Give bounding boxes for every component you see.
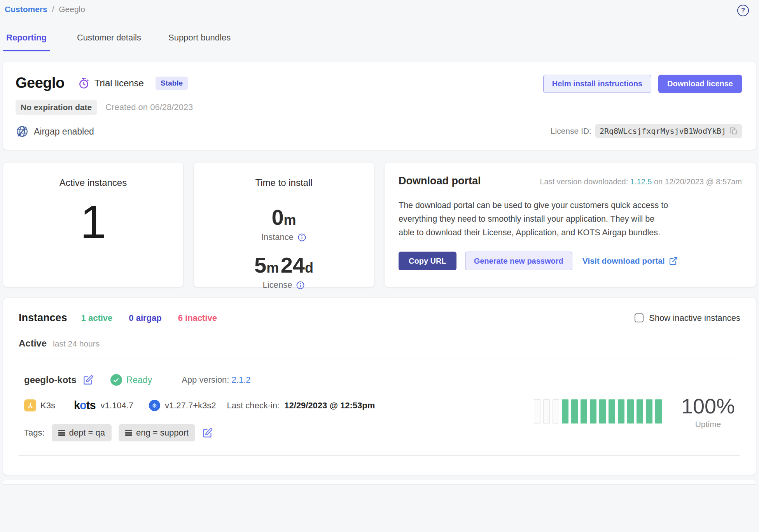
uptime-bar-filled: [581, 399, 587, 424]
last-checkin-value: 12/29/2023 @ 12:53pm: [284, 401, 375, 411]
kots-logo: kots: [74, 399, 96, 412]
uptime-bar-filled: [590, 399, 596, 424]
created-date-text: Created on 06/28/2023: [105, 102, 193, 112]
tab-customer-details[interactable]: Customer details: [77, 33, 141, 51]
breadcrumb-separator: /: [50, 5, 57, 14]
kots-version: v1.104.7: [101, 401, 133, 411]
customer-reporting-page: Customers / Geeglo ? Reporting Customer …: [0, 0, 759, 484]
app-version-link[interactable]: 2.1.2: [232, 375, 251, 385]
tab-reporting[interactable]: Reporting: [3, 33, 50, 51]
license-summary-right: Helm install instructions Download licen…: [543, 75, 742, 138]
uptime-bar-filled: [599, 399, 606, 424]
active-count[interactable]: 1 active: [81, 313, 113, 323]
license-summary-card: Geeglo Trial license Stable No expiratio…: [3, 61, 756, 150]
last-version-downloaded: Last version downloaded: 1.12.5 on 12/20…: [540, 177, 742, 186]
breadcrumb-customers-link[interactable]: Customers: [5, 5, 47, 14]
license-type-label: Trial license: [94, 78, 144, 89]
instances-title: Instances: [19, 312, 67, 324]
uptime-bar-filled: [646, 399, 652, 424]
uptime-bar-filled: [618, 399, 624, 424]
uptime-chart: [534, 399, 662, 424]
uptime-bar-filled: [627, 399, 634, 424]
download-portal-card: Download portal Last version downloaded:…: [385, 163, 756, 287]
tag-lines-icon: [125, 430, 132, 436]
uptime-label: Uptime: [681, 420, 735, 429]
time-to-install-title: Time to install: [194, 177, 374, 188]
tab-bar: Reporting Customer details Support bundl…: [3, 33, 756, 51]
external-link-icon: [669, 256, 678, 266]
ready-check-icon: [110, 374, 122, 386]
active-instances-card: Active instances 1: [3, 163, 183, 287]
customer-name: Geeglo: [16, 75, 65, 91]
distribution-label: K3s: [40, 401, 55, 411]
copy-url-button[interactable]: Copy URL: [399, 252, 456, 270]
uptime-percent: 100%: [681, 394, 735, 418]
tag-pill: eng = support: [119, 424, 195, 441]
show-inactive-toggle[interactable]: Show inactive instances: [635, 313, 740, 323]
edit-instance-name-icon[interactable]: [83, 375, 93, 385]
instances-card: Instances 1 active 0 airgap 6 inactive S…: [3, 298, 756, 475]
airgap-enabled-label: Airgap enabled: [34, 126, 94, 137]
app-version: App version: 2.1.2: [182, 375, 250, 385]
next-card-top-edge: [3, 480, 756, 484]
license-id-label: License ID:: [551, 126, 591, 136]
uptime-bar-filled: [562, 399, 568, 424]
breadcrumb: Customers / Geeglo: [5, 5, 85, 14]
trial-timer-icon: [79, 77, 89, 89]
download-license-button[interactable]: Download license: [658, 75, 742, 93]
license-summary-left: Geeglo Trial license Stable No expiratio…: [16, 75, 193, 138]
edit-tags-icon[interactable]: [202, 428, 213, 438]
active-instances-title: Active instances: [3, 177, 183, 188]
time-to-install-card: Time to install 0m Instance 5m 24d: [194, 163, 374, 287]
helm-install-instructions-button[interactable]: Helm install instructions: [543, 75, 651, 93]
license-install-label: License: [194, 280, 374, 290]
inactive-count[interactable]: 6 inactive: [178, 313, 217, 323]
visit-download-portal-link[interactable]: Visit download portal: [582, 256, 678, 266]
active-section-header: Active: [19, 338, 47, 349]
metrics-row: Active instances 1 Time to install 0m In…: [3, 163, 756, 287]
download-portal-title: Download portal: [399, 175, 481, 187]
expiration-badge: No expiration date: [16, 100, 97, 115]
instance-row: geeglo-kots Ready: [19, 359, 740, 441]
instance-install-label: Instance: [194, 232, 374, 242]
kubernetes-version: v1.27.7+k3s2: [165, 401, 216, 411]
license-info-icon[interactable]: [296, 281, 305, 290]
uptime-bar-empty: [543, 399, 550, 424]
download-portal-description: The download portal can be used to give …: [399, 199, 671, 239]
active-instances-count: 1: [3, 198, 183, 245]
airgap-count[interactable]: 0 airgap: [129, 313, 161, 323]
last-version-link[interactable]: 1.12.5: [630, 177, 652, 186]
instance-name: geeglo-kots: [24, 374, 77, 385]
license-install-time: 5m 24d: [194, 252, 374, 278]
uptime-bar-filled: [609, 399, 615, 424]
last-checkin-label: Last check-in:: [227, 401, 280, 411]
uptime-block: 100% Uptime: [534, 374, 735, 441]
tags-label: Tags:: [24, 428, 45, 438]
instance-bottom-divider: [19, 455, 740, 456]
help-icon[interactable]: ?: [737, 5, 749, 16]
channel-badge: Stable: [156, 77, 188, 90]
uptime-bar-filled: [655, 399, 662, 424]
instance-install-time: 0m: [194, 205, 374, 230]
breadcrumb-current: Geeglo: [59, 5, 85, 14]
instance-status: Ready: [126, 375, 152, 385]
show-inactive-checkbox[interactable]: [635, 313, 644, 322]
license-id-chip: 2Rq8WLcsjfxqrMysjvB1WodYkBj: [595, 124, 742, 138]
copy-license-id-icon[interactable]: [729, 127, 738, 135]
license-id-value: 2Rq8WLcsjfxqrMysjvB1WodYkBj: [600, 126, 726, 136]
show-inactive-label: Show inactive instances: [649, 313, 740, 323]
tab-support-bundles[interactable]: Support bundles: [168, 33, 231, 51]
k3s-icon: [24, 399, 36, 411]
uptime-bar-empty: [553, 399, 559, 424]
uptime-bar-filled: [637, 399, 643, 424]
kubernetes-icon: ⎈: [149, 400, 160, 411]
tags-list: dept = qaeng = support: [52, 424, 196, 441]
active-section-period: last 24 hours: [53, 339, 100, 348]
tag-lines-icon: [58, 430, 65, 436]
topbar: Customers / Geeglo ?: [3, 0, 756, 16]
uptime-bar-filled: [571, 399, 578, 424]
instance-info-icon[interactable]: [297, 233, 306, 242]
airgap-globe-icon: [16, 125, 29, 138]
generate-new-password-button[interactable]: Generate new password: [465, 252, 572, 270]
tag-pill: dept = qa: [52, 424, 112, 441]
